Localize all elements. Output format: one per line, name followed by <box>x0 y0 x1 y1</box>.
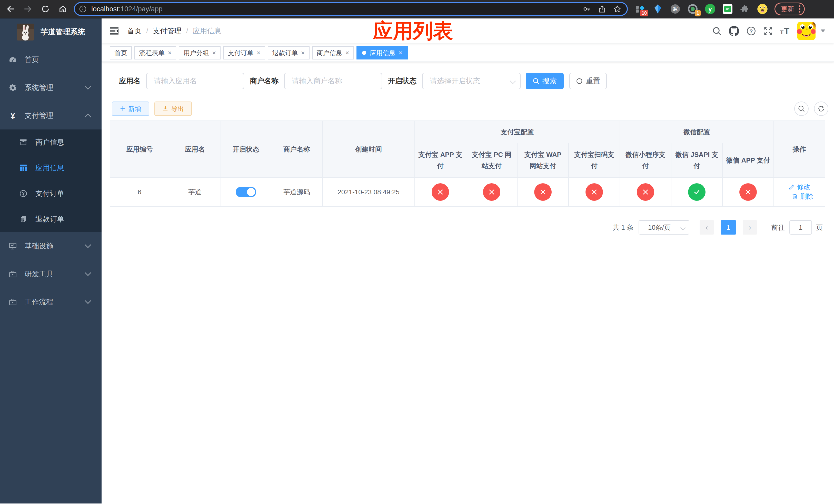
enabled-switch[interactable] <box>236 187 256 197</box>
sidebar: 芋道管理系统 首页 系统管理 ¥ 支付管 <box>0 19 102 503</box>
briefcase-icon <box>9 271 17 278</box>
browser-back-icon[interactable] <box>6 4 15 14</box>
col-wechat-app: 微信 APP 支付 <box>722 143 774 177</box>
help-icon[interactable]: ? <box>746 26 756 36</box>
breadcrumb-current: 应用信息 <box>193 26 222 36</box>
sidebar-item-app-info[interactable]: 应用信息 <box>0 155 102 181</box>
app-name-input[interactable] <box>146 73 244 89</box>
sidebar-item-merchant-info[interactable]: 商户信息 <box>0 130 102 155</box>
reset-button[interactable]: 重置 <box>569 73 607 89</box>
refresh-button[interactable] <box>814 101 828 116</box>
tab-refund-order[interactable]: 退款订单× <box>268 46 310 60</box>
sidebar-item-refund-order[interactable]: 退款订单 <box>0 206 102 232</box>
close-icon[interactable]: × <box>257 49 260 56</box>
col-wechat-jsapi: 微信 JSAPI 支付 <box>671 143 722 177</box>
sidebar-item-system[interactable]: 系统管理 <box>0 74 102 101</box>
caret-down-icon[interactable] <box>821 29 825 32</box>
sidebar-item-pay-order[interactable]: 支付订单 <box>0 181 102 206</box>
yen-icon: ¥ <box>9 111 17 120</box>
font-size-icon[interactable]: TT <box>780 27 789 36</box>
payment-submenu: 商户信息 应用信息 支付订单 <box>0 130 102 232</box>
extension-badge: 1 <box>695 10 701 17</box>
page-size-select[interactable] <box>639 220 689 234</box>
tab-home[interactable]: 首页 <box>110 46 132 60</box>
wechat-app-status <box>739 183 757 201</box>
goto-page-input[interactable] <box>789 220 812 234</box>
edit-link[interactable]: 修改 <box>788 183 810 191</box>
extension-ring-icon[interactable]: 1 <box>687 4 698 14</box>
browser-update-button[interactable]: 更新 <box>774 3 805 15</box>
col-create-time: 创建时间 <box>322 121 415 177</box>
extension-command-icon[interactable]: ⌘ <box>670 4 681 14</box>
export-button[interactable]: 导出 <box>154 101 192 116</box>
breadcrumb-home[interactable]: 首页 <box>127 26 141 36</box>
page-title-annotation: 应用列表 <box>373 18 453 44</box>
extension-emoji-icon[interactable] <box>757 4 768 14</box>
add-button[interactable]: 新增 <box>112 101 149 116</box>
wechat-mini-status <box>637 183 654 201</box>
extension-badge: 10 <box>640 10 648 17</box>
tab-user-group[interactable]: 用户分组× <box>179 46 221 60</box>
extension-y-icon[interactable]: y <box>705 4 716 14</box>
search-icon[interactable] <box>712 26 722 36</box>
alipay-wap-status <box>534 183 552 201</box>
fullscreen-icon[interactable] <box>763 26 773 36</box>
browser-toolbar: localhost:1024/pay/app 10 <box>0 0 834 19</box>
close-icon[interactable]: × <box>168 49 172 56</box>
tab-merchant-info[interactable]: 商户信息× <box>312 46 354 60</box>
col-operations: 操作 <box>774 121 825 177</box>
extension-chat-icon[interactable] <box>722 4 733 14</box>
share-icon[interactable] <box>598 5 606 13</box>
delete-link[interactable]: 删除 <box>791 192 813 201</box>
goto-label: 前往 <box>771 223 785 232</box>
github-icon[interactable] <box>729 26 739 36</box>
cell-app-id: 6 <box>110 177 169 207</box>
col-merchant: 商户名称 <box>271 121 322 177</box>
total-count: 共 1 条 <box>613 223 633 232</box>
sidebar-item-home[interactable]: 首页 <box>0 46 102 74</box>
browser-forward-icon[interactable] <box>23 4 33 14</box>
browser-menu-icon[interactable] <box>799 5 800 13</box>
current-page[interactable]: 1 <box>721 220 736 234</box>
col-group-wechat: 微信配置 <box>620 121 774 143</box>
site-info-icon[interactable] <box>79 5 87 13</box>
browser-home-icon[interactable] <box>58 4 68 14</box>
sidebar-item-dev-tools[interactable]: 研发工具 <box>0 260 102 288</box>
tab-process-form[interactable]: 流程表单× <box>134 46 176 60</box>
extension-blocks-icon[interactable]: 10 <box>635 4 646 14</box>
merchant-name-input[interactable] <box>284 73 382 89</box>
url-text: localhost:1024/pay/app <box>91 5 162 13</box>
monitor-icon <box>9 242 17 250</box>
tab-app-info[interactable]: 应用信息× <box>356 46 408 60</box>
sidebar-collapse-icon[interactable] <box>110 27 118 35</box>
extension-gem-icon[interactable] <box>653 4 663 14</box>
close-icon[interactable]: × <box>398 49 402 56</box>
tab-pay-order[interactable]: 支付订单× <box>223 46 265 60</box>
alipay-qr-status <box>586 183 603 201</box>
browser-reload-icon[interactable] <box>41 4 50 14</box>
close-icon[interactable]: × <box>301 49 305 56</box>
sidebar-item-infrastructure[interactable]: 基础设施 <box>0 232 102 260</box>
bookmark-star-icon[interactable] <box>613 5 622 13</box>
sidebar-menu: 首页 系统管理 ¥ 支付管理 <box>0 46 102 316</box>
col-alipay-qr: 支付宝扫码支付 <box>569 143 620 177</box>
close-icon[interactable]: × <box>346 49 349 56</box>
app-logo[interactable]: 芋道管理系统 <box>0 19 102 46</box>
next-page-button[interactable]: › <box>743 220 757 234</box>
alipay-pc-status <box>483 183 500 201</box>
svg-text:y: y <box>708 6 712 13</box>
close-icon[interactable]: × <box>212 49 216 56</box>
dashboard-icon <box>9 56 17 64</box>
status-select[interactable] <box>422 73 521 89</box>
extension-puzzle-icon[interactable] <box>740 4 750 14</box>
search-button[interactable]: 搜索 <box>526 73 564 89</box>
col-wechat-mini: 微信小程序支付 <box>620 143 671 177</box>
avatar[interactable] <box>797 22 815 40</box>
sidebar-item-payment[interactable]: ¥ 支付管理 <box>0 101 102 130</box>
prev-page-button[interactable]: ‹ <box>700 220 714 234</box>
show-search-toggle-button[interactable] <box>794 101 809 116</box>
breadcrumb-payment[interactable]: 支付管理 <box>153 26 181 36</box>
password-key-icon[interactable] <box>583 5 591 13</box>
sidebar-item-workflow[interactable]: 工作流程 <box>0 288 102 316</box>
url-bar[interactable]: localhost:1024/pay/app <box>74 2 628 16</box>
